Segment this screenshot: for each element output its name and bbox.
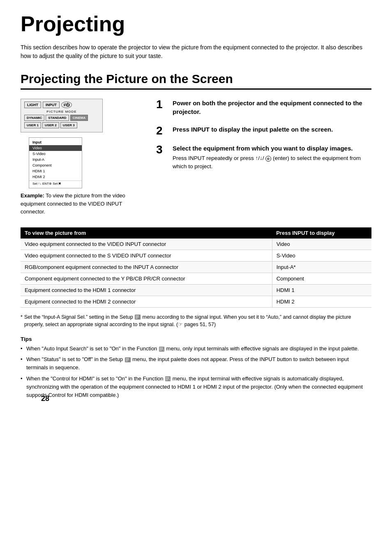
section-title: Projecting the Picture on the Screen [21, 72, 371, 90]
svg-rect-5 [159, 348, 163, 348]
table-cell-3-0: Component equipment connected to the Y P… [21, 273, 272, 284]
user-mode-row: USER 1 USER 2 USER 3 [24, 122, 99, 128]
table-row: Equipment connected to the HDMI 2 connec… [21, 296, 371, 307]
cinema-btn: CINEMA [70, 115, 88, 121]
remote-panel: LIGHT INPUT I/⏻ PICTURE MODE DYNAMIC STA… [21, 99, 103, 132]
tip-item-1: When "Status" is set to "Off" in the Set… [21, 355, 371, 372]
setup-icon-footnote [134, 314, 141, 320]
svg-rect-2 [136, 317, 139, 317]
power-button: I/⏻ [61, 102, 72, 108]
footnote-star: * [21, 313, 23, 329]
setup-icon [125, 357, 131, 363]
svg-rect-14 [166, 377, 169, 378]
table-cell-3-1: Component [272, 273, 371, 284]
light-button: LIGHT [24, 102, 41, 108]
step-2-content: Press INPUT to display the input palette… [173, 125, 371, 135]
mode-row: DYNAMIC STANDARD CINEMA [24, 115, 99, 121]
svg-rect-10 [126, 358, 129, 359]
svg-rect-8 [163, 350, 164, 351]
palette-item-video: Video [29, 145, 82, 151]
step-3-number: 3 [156, 144, 168, 155]
step-3-body: Press INPUT repeatedly or press ↑/↓/ ⊕ (… [173, 154, 371, 171]
svg-rect-3 [136, 318, 138, 319]
right-column: 1 Power on both the projector and the eq… [156, 99, 371, 216]
svg-rect-7 [159, 350, 162, 351]
tips-title: Tips [21, 336, 371, 342]
step-2-number: 2 [156, 125, 168, 137]
palette-item-component: Component [29, 162, 82, 168]
enter-icon: ⊕ [265, 156, 271, 162]
dynamic-btn: DYNAMIC [24, 115, 44, 121]
svg-rect-17 [169, 379, 170, 380]
palette-title: Input [29, 139, 82, 145]
table-cell-2-0: RGB/component equipment connected to the… [21, 261, 272, 273]
example-label: Example: [21, 192, 44, 199]
palette-item-inputa: Input-A [29, 157, 82, 162]
svg-rect-16 [166, 380, 168, 380]
svg-rect-6 [159, 349, 163, 350]
table-row: Equipment connected to the HDMI 1 connec… [21, 284, 371, 296]
tip-item-0: When "Auto Input Search" is set to "On" … [21, 345, 371, 353]
function-icon [159, 346, 165, 352]
table-cell-2-1: Input-A* [272, 261, 371, 273]
tips-section: Tips When "Auto Input Search" is set to … [21, 336, 371, 399]
footnote: * Set the “Input-A Signal Sel.” setting … [21, 313, 371, 329]
steps-container: 1 Power on both the projector and the eq… [156, 99, 371, 171]
palette-item-hdmi2: HDMI 2 [29, 174, 82, 180]
step-2-heading: Press INPUT to display the input palette… [173, 125, 371, 134]
mode-label: PICTURE MODE [24, 110, 99, 114]
table-cell-1-0: Video equipment connected to the S VIDEO… [21, 250, 272, 261]
page-title: Projecting [21, 12, 371, 36]
table-cell-4-0: Equipment connected to the HDMI 1 connec… [21, 284, 272, 296]
palette-item-svideo: S-Video [29, 151, 82, 157]
input-table: To view the picture from Press INPUT to … [21, 227, 371, 308]
table-cell-0-1: Video [272, 239, 371, 250]
palette-item-hdmi1: HDMI 1 [29, 168, 82, 174]
svg-rect-1 [136, 315, 139, 316]
user1-btn: USER 1 [24, 122, 41, 128]
step-1-heading: Power on both the projector and the equi… [173, 99, 371, 116]
function-icon [165, 376, 171, 382]
left-column: LIGHT INPUT I/⏻ PICTURE MODE DYNAMIC STA… [21, 99, 144, 216]
table-row: RGB/component equipment connected to the… [21, 261, 371, 273]
example-caption: Example: To view the picture from the vi… [21, 192, 144, 216]
footnote-text: Set the “Input-A Signal Sel.” setting in… [24, 313, 371, 329]
table-cell-5-0: Equipment connected to the HDMI 2 connec… [21, 296, 272, 307]
user3-btn: USER 3 [60, 122, 77, 128]
input-button: INPUT [43, 102, 60, 108]
table-header-2: Press INPUT to display [272, 227, 371, 239]
step-1: 1 Power on both the projector and the eq… [156, 99, 371, 118]
table-cell-4-1: HDMI 1 [272, 284, 371, 296]
step-3-content: Select the equipment from which you want… [173, 144, 371, 171]
page-number: 28 [41, 394, 392, 403]
table-header-1: To view the picture from [21, 227, 272, 239]
table-row: Video equipment connected to the S VIDEO… [21, 250, 371, 261]
table-cell-0-0: Video equipment connected to the VIDEO I… [21, 239, 272, 250]
step-3-heading: Select the equipment from which you want… [173, 144, 371, 153]
palette-footer: Sel:↑↓ ENT⊛ Set:✖ [29, 181, 82, 186]
standard-btn: STANDARD [46, 115, 69, 121]
user2-btn: USER 2 [42, 122, 59, 128]
section-content: LIGHT INPUT I/⏻ PICTURE MODE DYNAMIC STA… [21, 99, 371, 216]
table-row: Component equipment connected to the Y P… [21, 273, 371, 284]
step-1-number: 1 [156, 99, 168, 110]
table-cell-1-1: S-Video [272, 250, 371, 261]
svg-rect-15 [166, 378, 169, 379]
table-row: Video equipment connected to the VIDEO I… [21, 239, 371, 250]
table-cell-5-1: HDMI 2 [272, 296, 371, 307]
step-1-content: Power on both the projector and the equi… [173, 99, 371, 118]
svg-rect-12 [126, 361, 128, 361]
svg-rect-11 [126, 359, 129, 360]
intro-text: This section describes how to operate th… [21, 43, 371, 60]
tips-list: When "Auto Input Search" is set to "On" … [21, 345, 371, 399]
input-palette: Input Video S-Video Input-A Component HD… [29, 137, 82, 188]
step-2: 2 Press INPUT to display the input palet… [156, 125, 371, 137]
step-3: 3 Select the equipment from which you wa… [156, 144, 371, 171]
